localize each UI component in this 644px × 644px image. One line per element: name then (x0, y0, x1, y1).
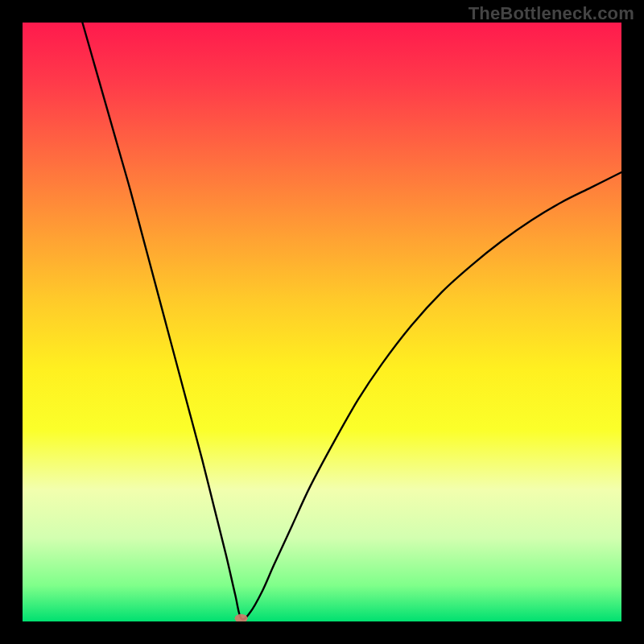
bottleneck-curve (82, 23, 621, 619)
chart-frame (23, 23, 621, 621)
watermark-text: TheBottleneck.com (469, 3, 634, 24)
optimal-point-marker (235, 614, 248, 621)
chart-svg (23, 23, 621, 621)
